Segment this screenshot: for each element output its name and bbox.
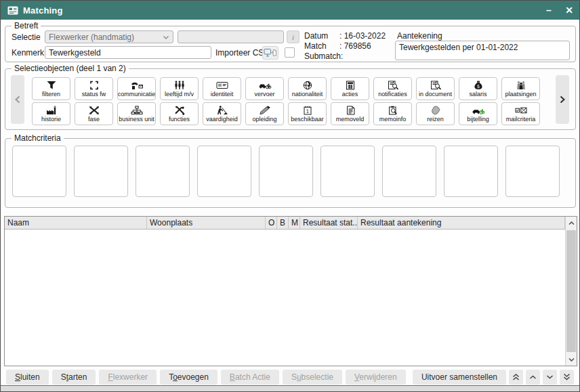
- people-icon: [173, 81, 186, 90]
- selectie-dropdown[interactable]: Flexwerker (handmatig): [45, 30, 173, 43]
- selectieobject-status-fw[interactable]: status fw: [75, 77, 113, 100]
- selectieobject-opleiding[interactable]: opleiding: [245, 102, 284, 125]
- matchcriteria-group: Matchcriteria: [5, 138, 576, 208]
- selectieobject-leeftijd-m-v[interactable]: leeftijd m/v: [160, 77, 199, 100]
- selectieobject-label: vervoer: [254, 91, 274, 97]
- selectieobject-salaris[interactable]: $salaris: [459, 77, 497, 100]
- aantekening-label: Aantekening: [397, 31, 442, 41]
- column-header-naam[interactable]: Naam: [5, 217, 147, 229]
- selectieobject-memoveld[interactable]: memoveld: [331, 102, 369, 125]
- selectieobject-business-unit[interactable]: business unit: [117, 102, 156, 125]
- table-header-row: NaamWoonplaatsOBMResultaat stat...Result…: [5, 217, 565, 230]
- previous-page-button[interactable]: [11, 75, 24, 124]
- selectieobject-label: memoveld: [336, 116, 365, 123]
- selectieobject-nationaliteit[interactable]: nationaliteit: [288, 77, 327, 100]
- selectieobject-fase[interactable]: fase: [75, 102, 113, 125]
- selectieobject-label: reizen: [427, 116, 444, 123]
- import-monitor-document-icon: [264, 48, 277, 58]
- selectieobject-label: salaris: [469, 91, 486, 97]
- title-bar: Matching – ✕: [1, 1, 579, 20]
- scrollbar-thumb[interactable]: [566, 230, 576, 352]
- aantekening-input[interactable]: Tewerkgestelden per 01-01-2022: [395, 41, 570, 60]
- selectieobject-label: in document: [419, 91, 452, 97]
- selectieobject-label: status fw: [82, 91, 106, 97]
- selectieobject-communicatie[interactable]: communicatie: [117, 77, 156, 100]
- funnel-icon: [45, 81, 58, 90]
- matchcriteria-slot-3[interactable]: [136, 146, 190, 197]
- chevron-left-icon: [14, 95, 22, 104]
- selectieobject-label: plaatsingen: [505, 91, 536, 97]
- selectieobject-identiteit[interactable]: identiteit: [203, 77, 241, 100]
- match-label: Match: [304, 41, 327, 51]
- vertical-scrollbar[interactable]: [565, 217, 577, 366]
- column-header-woonplaats[interactable]: Woonplaats: [147, 217, 266, 229]
- selectieobject-functies[interactable]: functies: [160, 102, 199, 125]
- chevron-up-icon: [529, 374, 537, 380]
- selectieobject-in-document[interactable]: in document: [416, 77, 455, 100]
- next-page-button[interactable]: [556, 75, 569, 124]
- kenmerk-label: Kenmerk: [12, 48, 44, 58]
- minimize-button[interactable]: –: [539, 1, 559, 20]
- matchcriteria-slot-1[interactable]: [12, 146, 66, 197]
- chevron-down-button[interactable]: [543, 370, 557, 385]
- importeer-csv-button[interactable]: [262, 46, 278, 60]
- x-arrows-icon: [87, 106, 101, 115]
- move-buttons: [509, 370, 574, 385]
- double-chevron-up-button[interactable]: [509, 370, 523, 385]
- selectieobject-reizen[interactable]: reizen: [416, 102, 455, 125]
- selectieobject-mailcriteria[interactable]: mailcriteria: [501, 102, 540, 125]
- matchcriteria-slot-9[interactable]: [505, 146, 560, 197]
- svg-text:$: $: [476, 83, 479, 89]
- column-header-resultaat-aantekening[interactable]: Resultaat aantekening: [358, 217, 565, 229]
- datum-value: : 16-03-2022: [339, 31, 386, 41]
- scroll-down-button[interactable]: [566, 353, 577, 366]
- uitvoer-samenstellen-button[interactable]: Uitvoer samenstellen: [413, 370, 506, 385]
- scroll-up-button[interactable]: [566, 217, 577, 230]
- calendar-icon: 1: [301, 106, 314, 115]
- selectieobject-plaatsingen[interactable]: plaatsingen: [501, 77, 540, 100]
- matchcriteria-slot-8[interactable]: [444, 146, 498, 197]
- selectieobject-vervoer[interactable]: vervoer: [245, 77, 284, 100]
- starten-button[interactable]: Starten: [52, 370, 96, 385]
- selectieobject-bijtelling[interactable]: bijtelling: [459, 102, 497, 125]
- selectieobject-label: memoinfo: [379, 116, 407, 123]
- cycle-brackets-icon: [87, 81, 101, 90]
- double-chevron-down-button[interactable]: [560, 370, 574, 385]
- matchcriteria-slot-6[interactable]: [320, 146, 375, 197]
- scroll-up-icon: [568, 221, 575, 225]
- sluiten-button[interactable]: Sluiten: [6, 370, 49, 385]
- importeer-csv-checkbox[interactable]: [285, 47, 295, 58]
- info-button[interactable]: i: [287, 30, 299, 43]
- selectieobject-label: functies: [169, 116, 190, 123]
- flexwerker-button[interactable]: Flexwerker: [99, 370, 157, 385]
- column-header-m[interactable]: M: [289, 217, 300, 229]
- subselectie-button[interactable]: Subselectie: [283, 370, 342, 385]
- chevron-up-button[interactable]: [526, 370, 540, 385]
- selectieobject-memoinfo[interactable]: memoinfo: [373, 102, 412, 125]
- matchcriteria-slot-2[interactable]: [74, 146, 128, 197]
- toevoegen-button[interactable]: Toevoegen: [160, 370, 218, 385]
- chevron-right-icon: [558, 95, 566, 104]
- selectieobjecten-group: Selectieobjecten (deel 1 van 2) filteren…: [5, 68, 576, 130]
- selectieobject-beschikbaar[interactable]: 1beschikbaar: [288, 102, 327, 125]
- column-header-resultaat-stat-[interactable]: Resultaat stat...: [300, 217, 358, 229]
- close-button[interactable]: ✕: [559, 1, 579, 20]
- verwijderen-button[interactable]: Verwijderen: [346, 370, 406, 385]
- selectieobject-vaardigheid[interactable]: vaardigheid: [203, 102, 241, 125]
- selectieobject-filteren[interactable]: filteren: [32, 77, 70, 100]
- selectieobject-label: acties: [342, 91, 358, 97]
- batch-actie-button[interactable]: Batch Actie: [221, 370, 279, 385]
- column-header-b[interactable]: B: [277, 217, 289, 229]
- selectieobject-notificaties[interactable]: notificaties: [373, 77, 412, 100]
- selectieobject-historie[interactable]: historie: [32, 102, 70, 125]
- matchcriteria-slot-5[interactable]: [259, 146, 313, 197]
- calculator-icon: [344, 81, 357, 90]
- selectieobject-acties[interactable]: acties: [331, 77, 369, 100]
- matchcriteria-slot-7[interactable]: [382, 146, 436, 197]
- matchcriteria-slot-4[interactable]: [197, 146, 251, 197]
- column-header-o[interactable]: O: [266, 217, 277, 229]
- car-green-bike-icon: [472, 106, 485, 115]
- kenmerk-input[interactable]: [45, 46, 211, 59]
- svg-text:1: 1: [306, 108, 309, 114]
- selectie-extra-input[interactable]: [178, 30, 284, 43]
